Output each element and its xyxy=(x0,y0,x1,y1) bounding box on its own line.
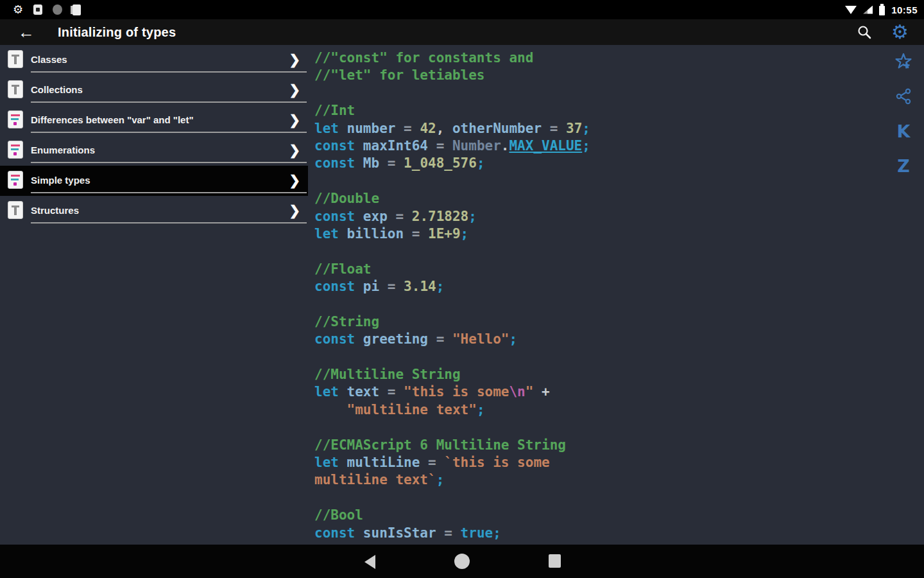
sidebar-item-label: Collections xyxy=(31,84,83,95)
separator xyxy=(31,222,307,223)
code-line: //Bool xyxy=(314,507,886,524)
chevron-right-icon: ❯ xyxy=(289,51,300,67)
screen: ⚙ 10:55 ← Initializing of types ⚙ Classe… xyxy=(0,0,924,578)
sidebar-item-label: Enumerations xyxy=(31,144,95,155)
chevron-right-icon: ❯ xyxy=(289,142,300,157)
battery-icon xyxy=(879,6,885,15)
code-line: multiline text`; xyxy=(314,471,886,489)
nav-recents-icon[interactable] xyxy=(549,554,561,568)
sidebar-item-label: Simple types xyxy=(31,175,90,186)
circle-icon xyxy=(53,4,62,15)
code-line xyxy=(314,243,886,260)
code-line: const Mb = 1_048_576; xyxy=(314,155,886,172)
separator xyxy=(31,162,307,163)
android-nav-bar xyxy=(0,545,924,578)
document-icon xyxy=(8,80,23,98)
separator xyxy=(31,132,307,133)
page-title: Initializing of types xyxy=(58,25,176,40)
sidebar-item-label: Differences between "var" and "let" xyxy=(31,114,194,125)
code-line: const greeting = "Hello"; xyxy=(314,331,886,348)
code-line xyxy=(314,489,886,507)
search-icon[interactable] xyxy=(857,24,872,40)
code-line: "multiline text"; xyxy=(314,401,886,419)
status-time: 10:55 xyxy=(891,4,918,15)
share-icon[interactable] xyxy=(893,86,914,107)
code-line xyxy=(314,85,886,102)
document-icon xyxy=(8,110,23,128)
sidebar-item-structures[interactable]: Structures❯ xyxy=(0,196,308,226)
back-arrow-icon[interactable]: ← xyxy=(18,24,35,40)
sidebar-item-simple-types[interactable]: Simple types❯ xyxy=(0,166,308,196)
status-right-cluster: 10:55 xyxy=(845,0,918,19)
code-view[interactable]: //"const" for constants and//"let" for l… xyxy=(314,49,886,545)
z-letter: Z xyxy=(897,156,910,176)
separator xyxy=(31,71,307,73)
separator xyxy=(31,192,307,193)
status-left-icons: ⚙ xyxy=(13,4,81,15)
code-line: //"let" for letiables xyxy=(314,67,886,84)
sidebar-item-classes[interactable]: Classes❯ xyxy=(0,45,308,75)
code-line: let text = "this is some\n" + xyxy=(314,383,886,401)
code-line: let billion = 1E+9; xyxy=(314,225,886,243)
sidebar-item-label: Structures xyxy=(31,205,79,216)
status-bar: ⚙ 10:55 xyxy=(0,0,924,19)
gear-icon: ⚙ xyxy=(13,4,23,15)
app-bar: ← Initializing of types ⚙ xyxy=(0,19,924,45)
document-icon xyxy=(8,141,23,159)
code-line: const maxInt64 = Number.MAX_VALUE; xyxy=(314,137,886,155)
code-line xyxy=(314,295,886,313)
sidebar-topic-list: Classes❯Collections❯Differences between … xyxy=(0,45,308,226)
language-z-button[interactable]: Z xyxy=(893,155,914,176)
document-icon xyxy=(8,171,23,189)
code-line: const pi = 3.14; xyxy=(314,278,886,295)
chevron-right-icon: ❯ xyxy=(289,172,300,188)
code-line xyxy=(314,173,886,190)
file-icon xyxy=(73,4,81,15)
app-square-icon xyxy=(33,4,42,15)
document-icon xyxy=(8,201,23,219)
sidebar-item-enumerations[interactable]: Enumerations❯ xyxy=(0,136,308,166)
nav-back-icon[interactable] xyxy=(364,555,375,569)
code-line: let number = 42, otherNumber = 37; xyxy=(314,120,886,137)
settings-gear-icon[interactable]: ⚙ xyxy=(891,22,909,42)
sidebar-item-collections[interactable]: Collections❯ xyxy=(0,75,308,105)
code-line xyxy=(314,419,886,436)
action-rail: K Z xyxy=(891,51,916,176)
nav-home-icon[interactable] xyxy=(454,554,470,569)
chevron-right-icon: ❯ xyxy=(289,82,300,97)
code-line: //Float xyxy=(314,261,886,278)
chevron-right-icon: ❯ xyxy=(289,202,300,218)
appbar-actions: ⚙ xyxy=(857,19,909,45)
sidebar-item-differences-between-var-and-let[interactable]: Differences between "var" and "let"❯ xyxy=(0,105,308,136)
code-line: //Int xyxy=(314,102,886,119)
chevron-right-icon: ❯ xyxy=(289,112,300,127)
favorite-star-icon[interactable] xyxy=(893,51,914,72)
k-letter: K xyxy=(897,121,911,141)
document-icon xyxy=(8,50,23,68)
separator xyxy=(31,101,307,103)
code-line: const sunIsStar = true; xyxy=(314,525,886,542)
sidebar-item-label: Classes xyxy=(31,54,67,65)
code-line: const exp = 2.71828; xyxy=(314,208,886,225)
code-line: //Multiline String xyxy=(314,366,886,383)
code-line: //"const" for constants and xyxy=(314,49,886,67)
code-line: let multiLine = `this is some xyxy=(314,454,886,471)
code-line: //String xyxy=(314,313,886,331)
language-k-button[interactable]: K xyxy=(893,121,914,141)
code-line xyxy=(314,349,886,366)
signal-icon xyxy=(863,6,873,14)
code-line: //Double xyxy=(314,190,886,207)
wifi-icon xyxy=(845,6,857,14)
code-line: //ECMAScript 6 Multiline String xyxy=(314,437,886,454)
